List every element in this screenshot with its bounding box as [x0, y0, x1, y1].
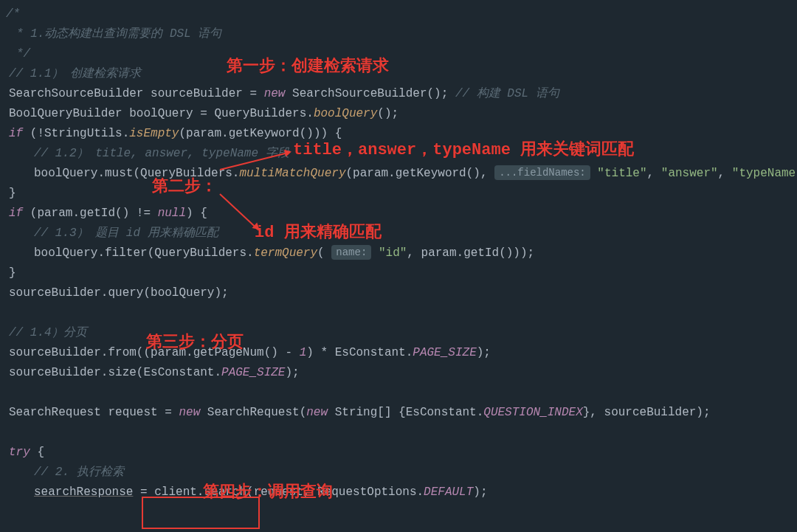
- code-line: // 1.1） 创建检索请求: [6, 64, 797, 84]
- code-line: sourceBuilder.from((param.getPageNum() -…: [6, 343, 797, 363]
- code-line: searchResponse = client.search(request, …: [6, 483, 797, 502]
- code-line: }: [6, 184, 797, 204]
- annotation-step1: 第一步：创建检索请求: [227, 57, 389, 77]
- code-line: // 1.4）分页: [6, 323, 797, 343]
- code-line: boolQuery.filter(QueryBuilders.termQuery…: [6, 243, 797, 263]
- param-hint: name:: [331, 245, 371, 260]
- code-line: /*: [6, 4, 797, 24]
- blank-line: [6, 303, 797, 323]
- code-line: SearchRequest request = new SearchReques…: [6, 403, 797, 423]
- code-line: sourceBuilder.size(EsConstant.PAGE_SIZE)…: [6, 363, 797, 383]
- blank-line: [6, 383, 797, 403]
- code-line: // 2. 执行检索: [6, 463, 797, 483]
- code-line: SearchSourceBuilder sourceBuilder = new …: [6, 84, 797, 104]
- code-editor[interactable]: /* * 1.动态构建出查询需要的 DSL 语句 */ // 1.1） 创建检索…: [0, 0, 797, 502]
- code-line: * 1.动态构建出查询需要的 DSL 语句: [6, 24, 797, 44]
- blank-line: [6, 423, 797, 443]
- code-line: if (param.getId() != null) {: [6, 204, 797, 224]
- code-line: sourceBuilder.query(boolQuery);: [6, 283, 797, 303]
- annotation-multimatch: title，answer，typeName 用来关键词匹配: [293, 140, 634, 160]
- code-line: BoolQueryBuilder boolQuery = QueryBuilde…: [6, 104, 797, 124]
- code-line: */: [6, 44, 797, 64]
- code-line: }: [6, 263, 797, 283]
- code-line: try {: [6, 443, 797, 463]
- param-hint: ...fieldNames:: [494, 165, 590, 180]
- annotation-idmatch: id 用来精确匹配: [255, 223, 382, 243]
- annotation-box: [142, 497, 260, 529]
- code-line: boolQuery.must(QueryBuilders.multiMatchQ…: [6, 164, 797, 184]
- code-line: // 1.3） 题目 id 用来精确匹配: [6, 224, 797, 243]
- annotation-step2: 第二步：: [152, 177, 217, 197]
- annotation-step3: 第三步：分页: [146, 333, 244, 353]
